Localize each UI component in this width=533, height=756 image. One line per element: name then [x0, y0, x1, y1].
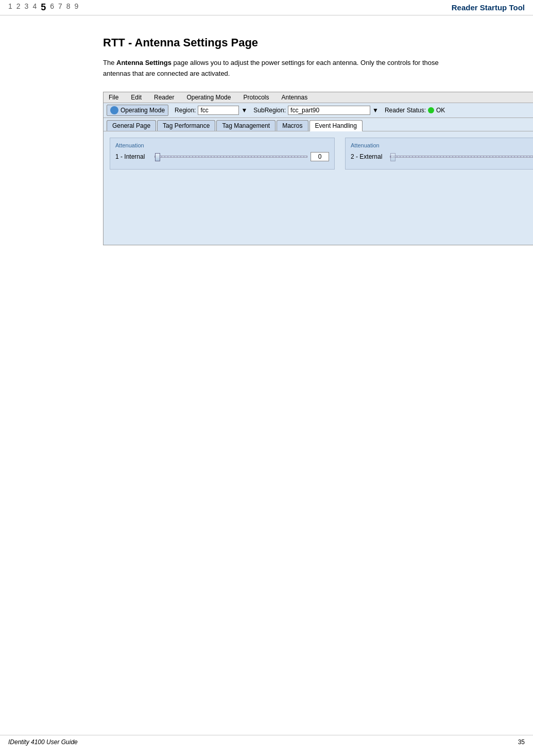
page-description: The Antenna Settings page allows you to …: [103, 58, 453, 79]
tabs-bar: General Page Tag Performance Tag Managem…: [104, 118, 533, 131]
antenna-2-name: 2 - External: [351, 153, 387, 160]
antenna-1-controls: 1 - Internal: [115, 152, 329, 162]
description-bold: Antenna Settings: [116, 59, 171, 66]
antenna-1-name: 1 - Internal: [115, 153, 151, 160]
antenna-1-section: Attenuation 1 - Internal: [110, 138, 335, 170]
operating-mode-button[interactable]: Operating Mode: [107, 105, 168, 116]
reader-status-value: OK: [436, 107, 445, 114]
region-input[interactable]: [198, 106, 239, 115]
page-footer: IDentity 4100 User Guide 35: [0, 735, 533, 746]
page-title: RTT - Antenna Settings Page: [103, 36, 502, 49]
app-window: File Edit Reader Operating Mode Protocol…: [103, 92, 533, 245]
page-num-7[interactable]: 7: [58, 2, 62, 13]
footer-page-number: 35: [518, 738, 525, 746]
antenna-1-slider-track: [154, 156, 307, 158]
page-num-1[interactable]: 1: [8, 2, 12, 13]
status-dot-green: [428, 107, 434, 113]
page-num-2[interactable]: 2: [16, 2, 21, 13]
subregion-dropdown-arrow[interactable]: ▼: [372, 107, 379, 114]
toolbar: Operating Mode Region: ▼ SubRegion: ▼ Re…: [104, 103, 533, 118]
operating-mode-icon: [110, 106, 118, 114]
menu-protocols[interactable]: Protocols: [241, 93, 271, 102]
subregion-label: SubRegion:: [253, 107, 286, 114]
antenna-1-value[interactable]: [311, 152, 329, 161]
reader-status: Reader Status: OK: [385, 107, 445, 114]
footer-document-title: IDentity 4100 User Guide: [8, 738, 78, 746]
tab-macros[interactable]: Macros: [277, 120, 308, 131]
antenna-1-slider-container: [154, 152, 307, 162]
tab-event-handling[interactable]: Event Handling: [310, 120, 363, 131]
antenna-2-controls: 2 - External: [351, 152, 533, 162]
menu-bar: File Edit Reader Operating Mode Protocol…: [104, 92, 533, 103]
page-num-5-active[interactable]: 5: [41, 2, 46, 13]
tab-general-page[interactable]: General Page: [107, 120, 156, 131]
antenna-2-slider-thumb[interactable]: [390, 153, 396, 161]
region-label: Region:: [175, 107, 196, 114]
antenna-2-section: Attenuation 2 - External: [345, 138, 533, 170]
antenna-2-slider-container: [390, 152, 533, 162]
antenna-2-attenuation-label: Attenuation: [351, 142, 533, 148]
antenna-2-slider-track: [390, 156, 533, 158]
antenna-row: Attenuation 1 - Internal Attenuation: [110, 138, 533, 170]
menu-operating-mode[interactable]: Operating Mode: [184, 93, 233, 102]
menu-reader[interactable]: Reader: [152, 93, 176, 102]
page-number-nav[interactable]: 1 2 3 4 5 6 7 8 9: [8, 2, 78, 13]
main-content: RTT - Antenna Settings Page The Antenna …: [0, 15, 533, 266]
region-dropdown-arrow[interactable]: ▼: [241, 107, 247, 114]
menu-edit[interactable]: Edit: [129, 93, 144, 102]
tab-tag-management[interactable]: Tag Management: [216, 120, 276, 131]
subregion-input[interactable]: [288, 106, 370, 115]
menu-antennas[interactable]: Antennas: [279, 93, 310, 102]
page-num-9[interactable]: 9: [75, 2, 79, 13]
tab-tag-performance[interactable]: Tag Performance: [157, 120, 215, 131]
content-panel: Attenuation 1 - Internal Attenuation: [104, 131, 533, 245]
page-num-8[interactable]: 8: [66, 2, 71, 13]
reader-status-label: Reader Status:: [385, 107, 426, 114]
page-num-4[interactable]: 4: [32, 2, 37, 13]
menu-file[interactable]: File: [107, 93, 121, 102]
page-header: 1 2 3 4 5 6 7 8 9 Reader Startup Tool: [0, 0, 533, 15]
antenna-1-slider-thumb[interactable]: [155, 153, 160, 161]
page-num-6[interactable]: 6: [50, 2, 54, 13]
region-group: Region: ▼: [175, 106, 247, 115]
app-title: Reader Startup Tool: [452, 3, 525, 12]
subregion-group: SubRegion: ▼: [253, 106, 379, 115]
antenna-1-attenuation-label: Attenuation: [115, 142, 329, 148]
page-num-3[interactable]: 3: [25, 2, 29, 13]
operating-mode-label: Operating Mode: [121, 107, 165, 114]
